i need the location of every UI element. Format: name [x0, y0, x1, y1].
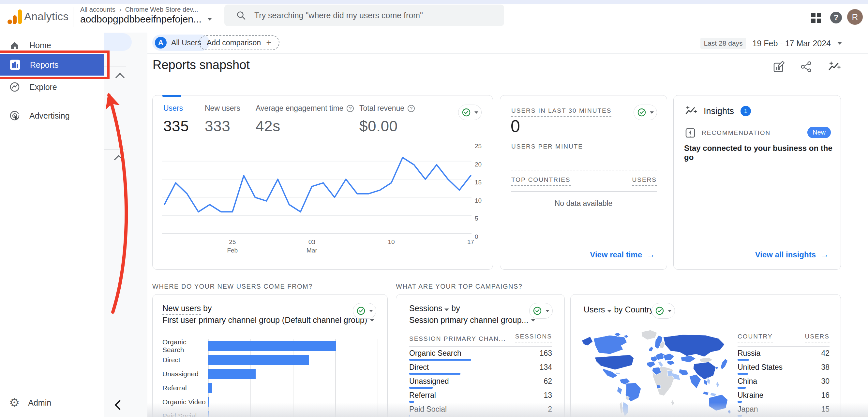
- sidebar-item-label: Advertising: [29, 111, 70, 120]
- chevron-down-icon: [668, 310, 672, 312]
- bar-track: [208, 383, 378, 393]
- sidebar: Home Reports Explore Advertis: [0, 33, 104, 417]
- svg-text:10: 10: [475, 197, 482, 204]
- card-dimension-name[interactable]: First user primary channel group (Defaul…: [162, 315, 367, 325]
- chevron-up-icon[interactable]: [114, 155, 123, 164]
- users-per-minute-label: USERS PER MINUTE: [511, 143, 583, 150]
- view-all-insights-link[interactable]: View all insights→: [755, 249, 829, 259]
- insights-count-badge: 1: [741, 106, 751, 116]
- top-countries-header[interactable]: TOP COUNTRIES: [511, 176, 570, 186]
- breadcrumb[interactable]: All accounts › Chrome Web Store dev...: [80, 6, 198, 13]
- metric-engagement-time[interactable]: Average engagement time ? 42s: [256, 104, 354, 135]
- bar: [208, 397, 209, 407]
- property-name[interactable]: aodbopgpdbbeeifnpefojen...: [80, 14, 202, 25]
- card-dimension-name[interactable]: Session primary channel group...: [409, 315, 528, 325]
- users-header[interactable]: USERS: [632, 176, 657, 186]
- bar-row[interactable]: Paid Social: [162, 409, 378, 417]
- row-label: Russia: [738, 349, 761, 358]
- share-icon[interactable]: [800, 61, 812, 73]
- chevron-down-icon: [607, 310, 612, 312]
- data-quality-pill[interactable]: [458, 105, 482, 120]
- insights-icon[interactable]: [828, 61, 841, 73]
- table-row[interactable]: Referral 13: [409, 388, 552, 402]
- table-row[interactable]: Unassigned 62: [409, 374, 552, 388]
- no-data-message: No data available: [500, 199, 667, 208]
- bar-row[interactable]: Referral: [162, 381, 378, 395]
- view-real-time-link[interactable]: View real time→: [590, 249, 655, 259]
- sidebar-item-advertising[interactable]: Advertising: [0, 107, 104, 125]
- collapse-panel-icon[interactable]: [115, 400, 125, 410]
- chevron-down-icon: [546, 310, 550, 312]
- apps-grid-icon[interactable]: [810, 12, 823, 24]
- help-tooltip-icon[interactable]: ?: [347, 105, 354, 112]
- svg-text:17: 17: [467, 239, 474, 245]
- table-row[interactable]: Paid Social 2: [409, 402, 552, 416]
- row-label: Ukraine: [738, 391, 763, 400]
- table-row[interactable]: United States 38: [738, 360, 830, 374]
- customize-report-icon[interactable]: [773, 61, 785, 73]
- date-range-picker[interactable]: Last 28 days 19 Feb - 17 Mar 2024: [701, 38, 842, 49]
- table-col2-header[interactable]: USERS: [805, 333, 830, 342]
- row-value: 15: [821, 405, 830, 414]
- metric-total-revenue[interactable]: Total revenue ? $0.00: [359, 104, 415, 135]
- table-row[interactable]: Japan 15: [738, 402, 830, 416]
- search-placeholder: Try searching "where did my users come f…: [254, 11, 423, 20]
- property-selector[interactable]: aodbopgpdbbeeifnpefojen...: [80, 14, 212, 25]
- table-row[interactable]: China 30: [738, 374, 830, 388]
- breadcrumb-org[interactable]: Chrome Web Store dev...: [125, 6, 198, 13]
- avatar[interactable]: R: [847, 9, 863, 25]
- data-quality-pill[interactable]: [633, 105, 657, 120]
- chevron-up-icon[interactable]: [116, 73, 125, 82]
- help-icon[interactable]: ?: [830, 12, 842, 24]
- sidebar-item-explore[interactable]: Explore: [0, 78, 104, 96]
- bar-track: [208, 411, 378, 417]
- table-row[interactable]: Direct 134: [409, 360, 552, 374]
- card-dimension-name[interactable]: Country: [625, 305, 654, 316]
- help-tooltip-icon[interactable]: ?: [408, 105, 415, 112]
- data-quality-pill[interactable]: [651, 303, 675, 319]
- breadcrumb-root[interactable]: All accounts: [80, 6, 116, 13]
- section-header-campaigns: WHAT ARE YOUR TOP CAMPAIGNS?: [396, 283, 522, 290]
- world-choropleth-map[interactable]: [575, 326, 738, 417]
- table-col2-header[interactable]: SESSIONS: [515, 333, 552, 342]
- bar-row[interactable]: Direct: [162, 353, 378, 367]
- table-row[interactable]: Russia 42: [738, 346, 830, 360]
- add-comparison-button[interactable]: Add comparison +: [199, 35, 279, 50]
- row-value: 30: [821, 377, 830, 386]
- report-nav-panel: [104, 33, 147, 417]
- table-row[interactable]: Organic Search 163: [409, 346, 552, 360]
- search-icon: [236, 10, 246, 20]
- new-users-by-channel-card: New users by First user primary channel …: [152, 294, 388, 417]
- data-quality-pill[interactable]: [529, 303, 553, 319]
- data-quality-pill[interactable]: [353, 303, 376, 319]
- card-metric-name[interactable]: New users: [162, 304, 201, 315]
- table-col1-header[interactable]: COUNTRY: [738, 333, 773, 342]
- table-row[interactable]: Ukraine 16: [738, 388, 830, 402]
- svg-text:25: 25: [229, 239, 236, 245]
- table-col1-header[interactable]: SESSION PRIMARY CHAN...: [409, 335, 506, 342]
- search-input[interactable]: Try searching "where did my users come f…: [224, 5, 504, 26]
- header-divider: [73, 7, 73, 27]
- card-metric-name[interactable]: Sessions: [409, 304, 442, 313]
- metric-value: 333: [205, 117, 240, 135]
- row-label: Organic Search: [409, 349, 461, 358]
- bar: [208, 383, 212, 393]
- selected-report-pill[interactable]: [104, 33, 132, 51]
- card-metric-name[interactable]: Users: [584, 305, 605, 314]
- bar-row[interactable]: Unassigned: [162, 367, 378, 381]
- segment-label: All Users: [171, 38, 201, 47]
- metric-users[interactable]: Users 335: [163, 104, 189, 135]
- gridline: [378, 339, 378, 417]
- bar-row[interactable]: Organic Video: [162, 395, 378, 409]
- metric-new-users[interactable]: New users 333: [205, 104, 240, 135]
- row-label: Unassigned: [409, 377, 449, 386]
- sidebar-item-reports[interactable]: Reports: [0, 54, 104, 76]
- gear-icon: ⚙: [9, 397, 20, 409]
- bar-row[interactable]: Organic Search: [162, 339, 378, 353]
- analytics-logo-icon[interactable]: [7, 8, 23, 25]
- sidebar-item-home[interactable]: Home: [0, 36, 104, 54]
- insight-message[interactable]: Stay connected to your business on the g…: [684, 144, 841, 162]
- page-title: Reports snapshot: [153, 58, 250, 72]
- sidebar-item-admin[interactable]: ⚙ Admin: [0, 393, 104, 412]
- bar: [208, 369, 256, 379]
